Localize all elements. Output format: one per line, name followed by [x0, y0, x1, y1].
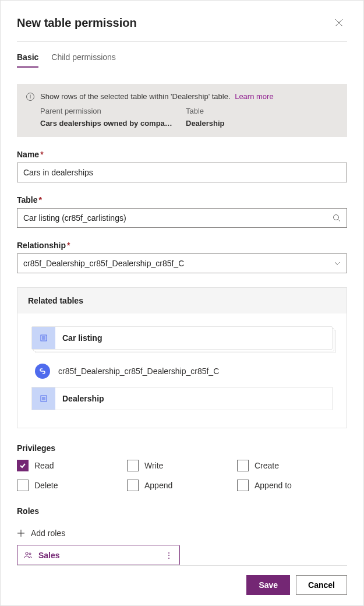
close-button[interactable] — [331, 15, 347, 31]
table-picker-value: Car listing (cr85f_carlistings) — [23, 213, 126, 223]
checkbox-label: Read — [34, 461, 54, 470]
save-button[interactable]: Save — [246, 575, 290, 595]
add-roles-button[interactable]: Add roles — [17, 529, 347, 538]
privileges-grid: Read Write Create Delete Append Append t… — [17, 460, 347, 491]
tab-basic[interactable]: Basic — [17, 52, 38, 68]
role-chip-sales[interactable]: Sales ⋮ — [17, 545, 180, 565]
callout-grid: Parent permission Table Cars dealerships… — [40, 107, 338, 128]
checkbox-write[interactable]: Write — [127, 460, 237, 471]
name-label: Name* — [17, 150, 347, 159]
name-input[interactable] — [17, 163, 347, 182]
divider — [17, 41, 347, 42]
people-icon — [23, 551, 33, 560]
required-indicator: * — [39, 195, 42, 205]
panel-title: New table permission — [17, 16, 137, 30]
field-relationship: Relationship* cr85f_Dealership_cr85f_Dea… — [17, 241, 347, 273]
panel-header: New table permission — [17, 15, 347, 31]
field-name: Name* — [17, 150, 347, 182]
tab-child-permissions[interactable]: Child permissions — [51, 52, 115, 68]
table-picker[interactable]: Car listing (cr85f_carlistings) — [17, 208, 347, 228]
panel: New table permission Basic Child permiss… — [0, 0, 364, 606]
checkbox-read[interactable]: Read — [17, 460, 127, 471]
info-icon: i — [26, 93, 34, 101]
svg-point-14 — [26, 552, 28, 554]
required-indicator: * — [67, 241, 70, 250]
svg-point-2 — [334, 215, 339, 220]
related-tables-block: Related tables Car listing — [17, 287, 347, 428]
checkbox-box — [127, 480, 139, 491]
tabs: Basic Child permissions — [17, 52, 347, 68]
table-label: Table* — [17, 195, 347, 205]
related-card-dealership: Dealership — [31, 387, 333, 410]
callout-text-row: i Show rows of the selected table within… — [26, 92, 338, 101]
name-label-text: Name — [17, 150, 39, 159]
role-chip-left: Sales — [23, 551, 60, 560]
panel-footer: Save Cancel — [17, 565, 347, 595]
checkbox-box — [17, 460, 29, 471]
check-icon — [19, 462, 26, 469]
checkbox-label: Append to — [255, 481, 292, 490]
checkbox-box — [237, 460, 249, 471]
checkbox-box — [237, 480, 249, 491]
relationship-link-label: cr85f_Dealership_cr85f_Dealership_cr85f_… — [58, 367, 219, 376]
checkbox-box — [127, 460, 139, 471]
info-callout: i Show rows of the selected table within… — [17, 84, 347, 137]
relationship-select[interactable]: cr85f_Dealership_cr85f_Dealership_cr85f_… — [17, 253, 347, 273]
checkbox-append[interactable]: Append — [127, 480, 237, 491]
checkbox-box — [17, 480, 29, 491]
role-chip-label: Sales — [38, 551, 60, 560]
chevron-down-icon — [334, 260, 341, 267]
svg-line-3 — [338, 220, 341, 222]
more-icon[interactable]: ⋮ — [165, 551, 174, 560]
related-card-main: Car listing — [31, 326, 333, 350]
checkbox-create[interactable]: Create — [237, 460, 347, 471]
table-icon — [32, 327, 55, 349]
learn-more-link[interactable]: Learn more — [235, 92, 273, 101]
callout-table-value: Dealership — [186, 119, 326, 128]
link-icon — [35, 364, 50, 379]
table-icon — [32, 387, 55, 410]
callout-message-text: Show rows of the selected table within '… — [40, 92, 231, 101]
add-roles-label: Add roles — [31, 529, 65, 538]
field-table: Table* Car listing (cr85f_carlistings) — [17, 195, 347, 228]
required-indicator: * — [40, 150, 43, 159]
svg-point-15 — [29, 552, 31, 554]
checkbox-label: Append — [144, 481, 172, 490]
table-label-text: Table — [17, 195, 38, 205]
parent-permission-label: Parent permission — [40, 107, 186, 115]
related-card-label: Car listing — [62, 333, 102, 343]
checkbox-label: Delete — [34, 481, 58, 490]
parent-permission-value: Cars dealerships owned by compa… — [40, 119, 180, 128]
checkbox-append-to[interactable]: Append to — [237, 480, 347, 491]
plus-icon — [17, 529, 25, 537]
tab-content: i Show rows of the selected table within… — [17, 71, 347, 565]
checkbox-delete[interactable]: Delete — [17, 480, 127, 491]
relationship-value: cr85f_Dealership_cr85f_Dealership_cr85f_… — [23, 259, 184, 268]
checkbox-label: Create — [255, 461, 279, 470]
related-tables-body: Car listing cr85f_Dealership_cr85f_Deale… — [17, 313, 347, 428]
related-tables-header: Related tables — [17, 288, 347, 313]
callout-message: Show rows of the selected table within '… — [40, 92, 274, 101]
relationship-label-text: Relationship — [17, 241, 66, 250]
cancel-button[interactable]: Cancel — [296, 575, 347, 595]
checkbox-label: Write — [144, 461, 163, 470]
callout-table-label: Table — [186, 107, 338, 115]
related-card-car-listing: Car listing — [31, 326, 333, 352]
relationship-label: Relationship* — [17, 241, 347, 250]
relationship-link-row: cr85f_Dealership_cr85f_Dealership_cr85f_… — [35, 364, 333, 379]
privileges-title: Privileges — [17, 443, 347, 453]
search-icon — [333, 214, 341, 222]
close-icon — [335, 19, 343, 27]
related-card-label: Dealership — [62, 394, 104, 403]
roles-title: Roles — [17, 506, 347, 516]
